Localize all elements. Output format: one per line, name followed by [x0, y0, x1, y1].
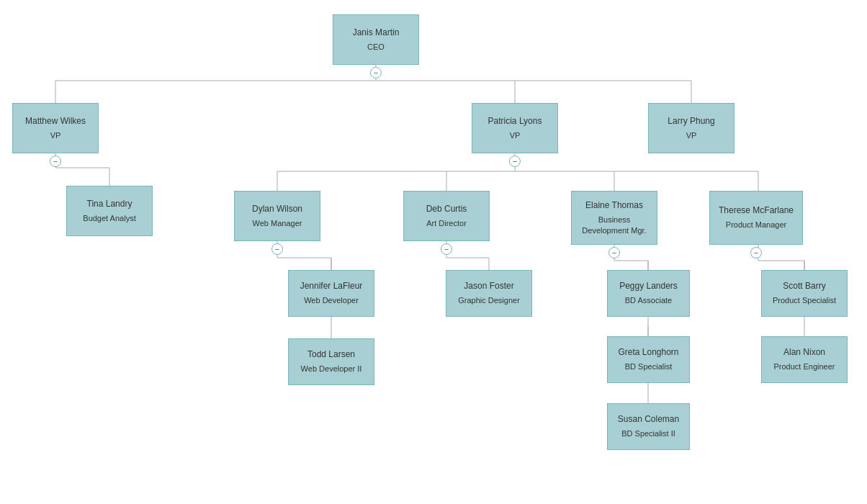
node-greta-title: BD Specialist: [625, 361, 672, 372]
node-janis: Janis Martin CEO: [333, 14, 419, 65]
node-alan-title: Product Engineer: [774, 361, 835, 372]
node-therese-title: Product Manager: [726, 220, 786, 230]
node-susan: Susan Coleman BD Specialist II: [607, 403, 690, 450]
node-dylan: Dylan Wilson Web Manager: [234, 191, 320, 241]
node-deb: Deb Curtis Art Director: [403, 191, 490, 241]
node-elaine-name: Elaine Thomas: [585, 199, 643, 212]
node-larry-title: VP: [686, 130, 697, 141]
node-janis-name: Janis Martin: [353, 27, 400, 39]
node-larry: Larry Phung VP: [648, 103, 735, 153]
connector-lines: [0, 0, 867, 504]
node-patricia-title: VP: [510, 130, 521, 141]
node-matthew: Matthew Wilkes VP: [12, 103, 99, 153]
node-susan-name: Susan Coleman: [618, 413, 679, 426]
node-scott-name: Scott Barry: [783, 280, 825, 292]
node-greta-name: Greta Longhorn: [618, 346, 678, 359]
node-todd: Todd Larsen Web Developer II: [288, 338, 374, 385]
node-alan: Alan Nixon Product Engineer: [761, 336, 848, 383]
collapse-elaine[interactable]: −: [608, 247, 620, 258]
node-jennifer: Jennifer LaFleur Web Developer: [288, 270, 374, 317]
node-scott: Scott Barry Product Specialist: [761, 270, 848, 317]
node-matthew-name: Matthew Wilkes: [25, 115, 86, 127]
node-peggy: Peggy Landers BD Associate: [607, 270, 690, 317]
node-tina-name: Tina Landry: [87, 198, 132, 210]
collapse-janis[interactable]: −: [370, 67, 382, 78]
node-alan-name: Alan Nixon: [783, 346, 825, 359]
collapse-deb[interactable]: −: [441, 243, 452, 255]
node-deb-title: Art Director: [426, 218, 467, 229]
node-dylan-name: Dylan Wilson: [252, 203, 302, 215]
node-greta: Greta Longhorn BD Specialist: [607, 336, 690, 383]
node-jason: Jason Foster Graphic Designer: [446, 270, 532, 317]
collapse-dylan[interactable]: −: [271, 243, 283, 255]
node-jason-name: Jason Foster: [464, 280, 513, 292]
node-elaine-title: BusinessDevelopment Mgr.: [582, 215, 646, 237]
node-tina: Tina Landry Budget Analyst: [66, 186, 153, 236]
org-chart: Janis Martin CEO − Matthew Wilkes VP − P…: [0, 0, 867, 504]
node-todd-name: Todd Larsen: [307, 348, 355, 361]
node-jennifer-title: Web Developer: [304, 295, 359, 306]
node-tina-title: Budget Analyst: [83, 213, 135, 224]
node-therese: Therese McFarlane Product Manager: [709, 191, 803, 245]
node-patricia-name: Patricia Lyons: [488, 115, 542, 127]
node-jason-title: Graphic Designer: [458, 295, 520, 306]
node-janis-title: CEO: [367, 42, 385, 53]
node-jennifer-name: Jennifer LaFleur: [300, 280, 363, 292]
node-elaine: Elaine Thomas BusinessDevelopment Mgr.: [571, 191, 657, 245]
node-todd-title: Web Developer II: [301, 364, 362, 374]
collapse-matthew[interactable]: −: [50, 156, 61, 167]
collapse-therese[interactable]: −: [750, 247, 762, 258]
node-dylan-title: Web Manager: [253, 218, 302, 229]
node-larry-name: Larry Phung: [668, 115, 714, 127]
collapse-patricia[interactable]: −: [509, 156, 521, 167]
node-matthew-title: VP: [50, 130, 61, 141]
node-susan-title: BD Specialist II: [621, 428, 675, 439]
node-peggy-title: BD Associate: [625, 295, 672, 306]
node-therese-name: Therese McFarlane: [719, 204, 794, 217]
node-patricia: Patricia Lyons VP: [472, 103, 558, 153]
node-peggy-name: Peggy Landers: [619, 280, 678, 292]
node-deb-name: Deb Curtis: [426, 203, 467, 215]
node-scott-title: Product Specialist: [773, 295, 836, 306]
